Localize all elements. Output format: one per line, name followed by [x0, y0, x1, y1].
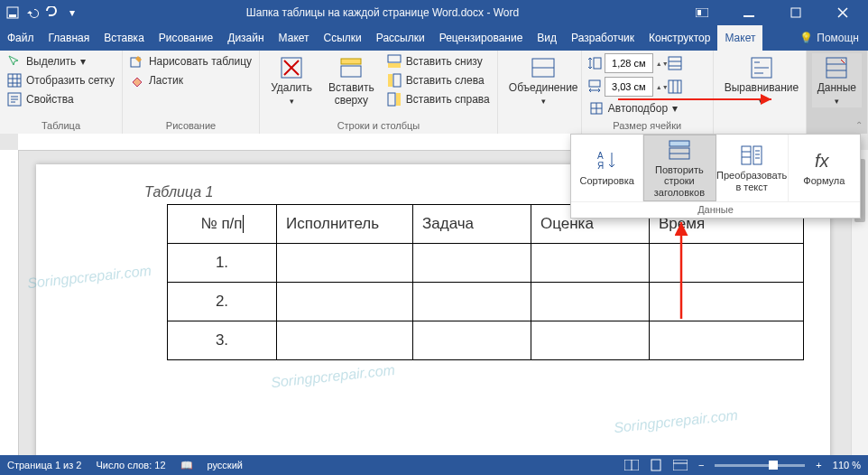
tab-home[interactable]: Главная: [42, 25, 97, 51]
svg-rect-19: [594, 58, 601, 69]
tab-design[interactable]: Дизайн: [220, 25, 271, 51]
spinner-icon[interactable]: ▲▼: [656, 84, 665, 90]
tab-mailings[interactable]: Рассылки: [369, 25, 432, 51]
tab-view[interactable]: Вид: [530, 25, 564, 51]
svg-rect-35: [673, 460, 688, 470]
show-grid-button[interactable]: Отобразить сетку: [5, 72, 116, 88]
sort-button[interactable]: АЯ Сортировка: [571, 135, 643, 201]
distribute-rows-icon[interactable]: [668, 56, 682, 70]
col-width-field[interactable]: ▲▼: [587, 77, 682, 97]
tab-references[interactable]: Ссылки: [317, 25, 369, 51]
table-row: 1.: [168, 244, 804, 283]
ribbon: Выделить ▾ Отобразить сетку Свойства Таб…: [0, 51, 868, 135]
insert-right-button[interactable]: Вставить справа: [385, 91, 492, 107]
zoom-value[interactable]: 110 %: [833, 460, 861, 470]
merge-icon: [531, 55, 556, 80]
convert-to-text-button[interactable]: Преобразовать в текст: [716, 135, 789, 201]
select-button[interactable]: Выделить ▾: [5, 53, 116, 70]
data-dropdown: АЯ Сортировка Повторить строки заголовко…: [570, 134, 861, 219]
collapse-ribbon-icon[interactable]: ⌃: [855, 120, 863, 130]
document-table[interactable]: № п/п Исполнитель Задача Оценка Время 1.…: [167, 204, 804, 360]
repeat-header-icon: [668, 138, 691, 162]
convert-text-icon: [740, 144, 763, 167]
pencil-table-icon: [130, 54, 144, 69]
row-height-field[interactable]: ▲▼: [587, 53, 682, 73]
properties-icon: [7, 92, 22, 107]
group-data-label: [812, 118, 862, 134]
svg-rect-13: [388, 63, 401, 68]
svg-rect-25: [826, 58, 846, 78]
read-mode-icon[interactable]: [624, 460, 639, 470]
svg-rect-16: [388, 93, 395, 106]
print-layout-icon[interactable]: [650, 459, 662, 471]
popup-group-label: Данные: [571, 201, 860, 218]
zoom-out-icon[interactable]: −: [698, 460, 704, 470]
tab-layout[interactable]: Макет: [272, 25, 317, 51]
tab-insert[interactable]: Вставка: [97, 25, 152, 51]
word-count[interactable]: Число слов: 12: [96, 460, 165, 470]
svg-rect-28: [669, 141, 689, 146]
data-button[interactable]: Данные▾: [812, 53, 862, 107]
cursor-icon: [7, 54, 22, 69]
insert-above-button[interactable]: Вставить сверху: [323, 53, 380, 109]
delete-button[interactable]: Удалить▾: [265, 53, 318, 107]
save-icon[interactable]: [5, 5, 20, 20]
autofit-icon: [589, 101, 604, 116]
grid-icon: [7, 73, 22, 88]
alignment-icon: [749, 55, 774, 80]
spinner-icon[interactable]: ▲▼: [656, 61, 665, 67]
svg-rect-30: [742, 146, 751, 164]
tab-table-design[interactable]: Конструктор: [642, 25, 717, 51]
spellcheck-icon[interactable]: 📖: [180, 460, 193, 471]
insert-left-button[interactable]: Вставить слева: [385, 72, 492, 88]
undo-icon[interactable]: [25, 5, 40, 20]
table-row: 3.: [168, 321, 804, 360]
lightbulb-icon: 💡: [799, 32, 813, 44]
insert-col-right-icon: [387, 92, 402, 107]
web-layout-icon[interactable]: [673, 460, 688, 470]
eraser-button[interactable]: Ластик: [128, 72, 254, 88]
qat-more-icon[interactable]: ▾: [65, 5, 79, 20]
redo-icon[interactable]: [45, 5, 60, 20]
repeat-header-rows-button[interactable]: Повторить строки заголовков: [643, 135, 716, 201]
ribbon-options-icon[interactable]: [686, 0, 718, 25]
tab-draw[interactable]: Рисование: [152, 25, 220, 51]
tab-table-layout[interactable]: Макет: [717, 25, 762, 51]
status-bar: Страница 1 из 2 Число слов: 12 📖 русский…: [0, 455, 868, 475]
col-width-icon: [587, 79, 602, 94]
group-align-label: [719, 118, 800, 134]
insert-row-above-icon: [338, 55, 364, 80]
merge-button[interactable]: Объединение▾: [503, 53, 584, 107]
insert-below-button[interactable]: Вставить снизу: [385, 53, 492, 70]
vertical-ruler[interactable]: [0, 150, 19, 455]
data-icon: [824, 55, 849, 80]
document-title: Шапка таблицы на каждой странице Word.do…: [79, 6, 686, 19]
language-status[interactable]: русский: [208, 460, 243, 470]
properties-button[interactable]: Свойства: [5, 91, 116, 107]
svg-rect-15: [388, 74, 392, 87]
formula-button[interactable]: fx Формула: [789, 135, 860, 201]
zoom-in-icon[interactable]: +: [816, 460, 821, 470]
draw-table-button[interactable]: Нарисовать таблицу: [128, 53, 254, 70]
autofit-button[interactable]: Автоподбор ▾: [587, 100, 682, 116]
minimize-icon[interactable]: [733, 0, 765, 25]
tab-developer[interactable]: Разработчик: [564, 25, 642, 51]
delete-table-icon: [279, 55, 304, 80]
sort-icon: АЯ: [596, 149, 619, 172]
group-rowscols-label: Строки и столбцы: [265, 118, 492, 134]
maximize-icon[interactable]: [780, 0, 812, 25]
svg-rect-3: [697, 10, 701, 15]
tab-review[interactable]: Рецензирование: [432, 25, 531, 51]
zoom-slider[interactable]: [715, 464, 805, 467]
alignment-button[interactable]: Выравнивание▾: [719, 53, 805, 107]
tell-me[interactable]: 💡 Помощн: [799, 25, 868, 51]
eraser-icon: [130, 73, 144, 88]
table-caption[interactable]: Таблица 1: [144, 184, 213, 200]
tell-me-label: Помощн: [817, 32, 859, 44]
svg-rect-22: [669, 80, 681, 93]
tab-file[interactable]: Файл: [0, 25, 42, 51]
svg-rect-21: [589, 80, 600, 87]
close-icon[interactable]: [826, 0, 859, 25]
page-status[interactable]: Страница 1 из 2: [7, 460, 81, 470]
distribute-cols-icon[interactable]: [668, 79, 682, 94]
